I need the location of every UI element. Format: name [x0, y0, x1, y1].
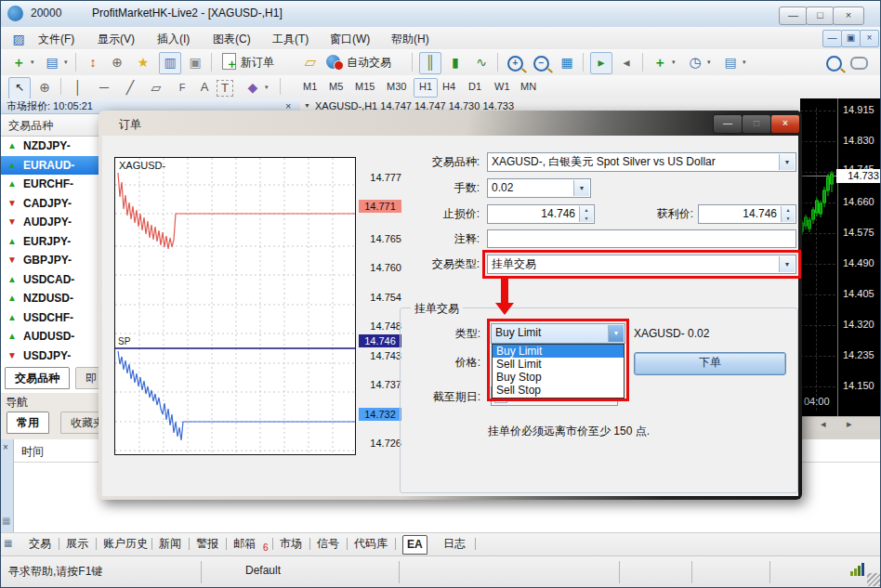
tile-windows-icon[interactable]: ▦ — [557, 52, 577, 72]
menu-charts[interactable]: 图表(C) — [207, 31, 256, 47]
mdi-minimize-button[interactable]: — — [822, 30, 842, 47]
timeframe-h4[interactable]: H4 — [438, 78, 460, 96]
annotation-arrow-head — [495, 303, 514, 315]
text-tool-icon[interactable]: A — [194, 77, 215, 98]
indicators-dropdown-icon[interactable]: ▾ — [672, 52, 676, 72]
new-chart-dropdown-icon[interactable]: ▾ — [31, 52, 34, 72]
terminal-close-icon[interactable]: × — [3, 442, 8, 452]
tab-mailbox[interactable]: 邮箱 — [230, 535, 259, 553]
market-watch-toggle-icon[interactable]: ▥ — [159, 52, 181, 74]
tab-code-base[interactable]: 代码库 — [350, 535, 391, 553]
chart-restore-icon[interactable]: ▨ — [8, 29, 29, 49]
menu-help[interactable]: 帮助(H) — [386, 31, 435, 47]
window-close-button[interactable]: × — [833, 7, 864, 25]
tabs-grip-icon[interactable]: ▦ — [4, 538, 14, 548]
new-order-button[interactable]: ＋ 新订单 — [220, 52, 295, 72]
dialog-close-button[interactable]: × — [770, 114, 800, 134]
channel-icon[interactable]: ▱ — [146, 77, 166, 98]
menu-tools[interactable]: 工具(T) — [267, 31, 314, 47]
status-profile[interactable]: Default — [245, 564, 281, 577]
timeframe-h1[interactable]: H1 — [414, 78, 438, 98]
terminal-time-column-header[interactable]: 时间 — [21, 444, 44, 460]
timeframe-m1[interactable]: M1 — [298, 78, 322, 96]
indicators-icon[interactable]: ＋ — [650, 52, 670, 72]
price-tick: 14.830 — [843, 135, 881, 146]
line-chart-icon[interactable]: ∿ — [471, 52, 492, 72]
tab-signals[interactable]: 信号 — [313, 535, 343, 553]
menu-insert[interactable]: 插入(I) — [151, 31, 195, 47]
crosshair-tool-icon[interactable]: ⊕ — [34, 77, 55, 98]
chart-shift-icon[interactable]: ◂ — [616, 52, 637, 72]
resize-grip[interactable] — [867, 573, 880, 586]
favorites-star-icon[interactable]: ★ — [133, 52, 153, 72]
text-label-tool-icon[interactable]: T — [217, 80, 233, 97]
vertical-line-icon[interactable]: │ — [68, 77, 88, 98]
shapes-dropdown-icon[interactable]: ▾ — [265, 77, 269, 98]
tab-market[interactable]: 市场 — [276, 535, 306, 553]
periods-clock-icon[interactable]: ◷ — [685, 52, 705, 72]
window-maximize-button[interactable]: □ — [806, 7, 835, 25]
combo-arrow-icon[interactable]: ▼ — [573, 180, 589, 196]
timeframe-w1[interactable]: W1 — [490, 78, 515, 96]
crosshair-icon[interactable]: ⊕ — [107, 52, 127, 72]
autotrading-button[interactable]: 自动交易 — [326, 52, 406, 72]
bar-chart-icon[interactable]: ║ — [419, 52, 441, 74]
combo-arrow-icon[interactable]: ▼ — [779, 154, 795, 170]
tab-journal[interactable]: 日志 — [440, 535, 469, 553]
menu-window[interactable]: 窗口(W) — [324, 31, 375, 47]
search-icon[interactable] — [826, 56, 842, 72]
takeprofit-spinner[interactable]: ▲▼ — [781, 206, 795, 222]
dialog-minimize-button[interactable]: — — [713, 114, 743, 134]
menu-view[interactable]: 显示(V) — [92, 31, 140, 47]
cursor-icon[interactable]: ↖ — [8, 77, 31, 99]
symbol-combobox[interactable]: XAGUSD-, 白银美元 Spot Silver vs US Dollar▼ — [487, 152, 796, 172]
new-chart-icon[interactable]: ＋ — [8, 52, 29, 72]
dialog-maximize-button[interactable]: □ — [742, 114, 771, 134]
fibonacci-icon[interactable]: F — [172, 77, 192, 98]
stoploss-input[interactable]: 14.746▲▼ — [487, 204, 595, 224]
menu-file[interactable]: 文件(F) — [33, 31, 80, 47]
terminal-grip-icon[interactable]: ▦ — [2, 516, 12, 526]
timeframe-m15[interactable]: M15 — [350, 78, 379, 96]
mdi-close-button[interactable]: × — [860, 30, 879, 47]
candlestick-chart-icon[interactable]: ▮ — [445, 52, 466, 72]
tab-exposure[interactable]: 展示 — [62, 535, 92, 553]
scroll-right-icon[interactable]: ▸ — [847, 418, 852, 430]
zoom-in-icon[interactable]: + — [507, 56, 523, 72]
place-order-button[interactable]: 下单 — [634, 352, 786, 375]
templates-icon[interactable]: ▤ — [720, 52, 741, 72]
market-watch-tab-symbols[interactable]: 交易品种 — [5, 367, 70, 389]
tab-news[interactable]: 新闻 — [155, 535, 185, 553]
timeframe-m5[interactable]: M5 — [324, 78, 348, 96]
takeprofit-input[interactable]: 14.746▲▼ — [698, 204, 796, 224]
account-number: 20000 — [31, 7, 61, 20]
zoom-out-icon[interactable]: − — [533, 56, 549, 72]
tab-trade[interactable]: 交易 — [25, 535, 55, 553]
comment-input[interactable] — [487, 229, 796, 248]
scroll-left-icon[interactable]: ◂ — [821, 418, 826, 430]
periods-dropdown-icon[interactable]: ▾ — [707, 52, 711, 72]
horizontal-line-icon[interactable]: ─ — [94, 77, 114, 98]
eraser-icon[interactable]: ▱ — [300, 52, 321, 72]
data-window-icon[interactable]: ▣ — [185, 52, 205, 72]
tab-ea-active[interactable]: EA — [402, 535, 427, 555]
tab-account-history[interactable]: 账户历史 — [99, 535, 151, 553]
profiles-dropdown-icon[interactable]: ▾ — [64, 52, 68, 72]
tick-chart-icon[interactable]: ↕ — [83, 52, 103, 72]
profiles-icon[interactable]: ▤ — [42, 52, 62, 72]
shapes-icon[interactable]: ◆ — [243, 77, 263, 98]
timeframe-m30[interactable]: M30 — [382, 78, 411, 96]
window-minimize-button[interactable]: — — [779, 7, 808, 25]
takeprofit-field-label: 获利价: — [600, 204, 693, 223]
autoscroll-icon[interactable]: ▸ — [590, 52, 612, 74]
timeframe-mn[interactable]: MN — [516, 78, 541, 96]
trendline-icon[interactable]: ╱ — [120, 77, 140, 98]
tab-alerts[interactable]: 警报 — [192, 535, 222, 553]
stoploss-spinner[interactable]: ▲▼ — [579, 206, 593, 222]
community-chat-icon[interactable] — [850, 57, 868, 70]
mdi-restore-button[interactable]: ▣ — [841, 30, 861, 47]
volume-combobox[interactable]: 0.02▼ — [487, 178, 591, 198]
templates-dropdown-icon[interactable]: ▾ — [743, 52, 746, 72]
timeframe-d1[interactable]: D1 — [464, 78, 486, 96]
navigator-tab-common[interactable]: 常用 — [7, 412, 49, 434]
